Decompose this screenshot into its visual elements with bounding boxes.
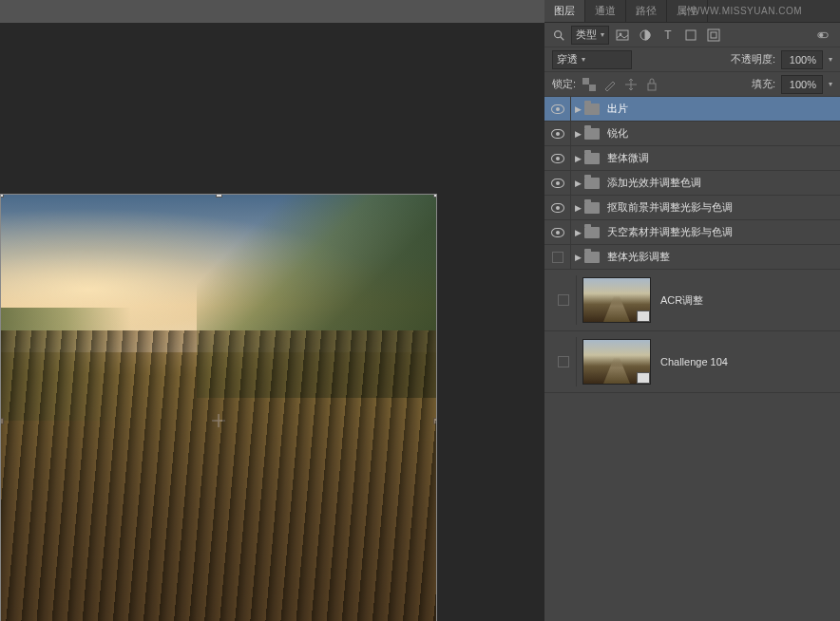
svg-text:T: T xyxy=(664,28,672,42)
filter-adjustment-icon[interactable] xyxy=(638,28,653,43)
svg-rect-13 xyxy=(648,84,656,90)
filter-type-dropdown[interactable]: 类型 ▾ xyxy=(571,26,609,45)
svg-rect-2 xyxy=(617,30,628,40)
folder-icon xyxy=(584,178,600,189)
visibility-toggle[interactable] xyxy=(544,171,571,195)
lock-position-icon[interactable] xyxy=(623,77,639,92)
disclosure-triangle[interactable]: ▶ xyxy=(571,203,584,213)
layer-group-row[interactable]: ▶ 整体微调 xyxy=(544,146,840,171)
filter-row: 类型 ▾ T xyxy=(544,23,840,47)
folder-icon xyxy=(584,128,600,140)
handle-middle-left[interactable] xyxy=(0,418,4,424)
disclosure-triangle[interactable]: ▶ xyxy=(571,253,584,262)
visibility-toggle[interactable] xyxy=(544,146,571,170)
layer-name[interactable]: Challenge 104 xyxy=(660,356,728,367)
layer-group-row[interactable]: ▶ 抠取前景并调整光影与色调 xyxy=(544,196,840,220)
visibility-toggle[interactable] xyxy=(544,122,571,145)
visibility-empty xyxy=(552,252,563,263)
layers-list[interactable]: ▶ 出片 ▶ 锐化 ▶ 整体微调 ▶ 添加光效并调整色调 ▶ 抠取前景并调整光影… xyxy=(544,97,840,621)
tab-channels[interactable]: 通道 xyxy=(585,0,626,22)
layer-thumbnail[interactable] xyxy=(582,277,651,323)
layers-panel: 图层 通道 路径 属性 WWW.MISSYUAN.COM 类型 ▾ T 穿透 ▾… xyxy=(544,0,840,621)
handle-middle-right[interactable] xyxy=(433,418,437,424)
svg-rect-12 xyxy=(589,85,596,91)
layer-group-row[interactable]: ▶ 整体光影调整 xyxy=(544,245,840,270)
folder-icon xyxy=(584,202,600,214)
tab-paths[interactable]: 路径 xyxy=(626,0,667,22)
filter-toggle-icon[interactable] xyxy=(813,27,832,44)
layer-group-row[interactable]: ▶ 添加光效并调整色调 xyxy=(544,171,840,196)
layer-image-row[interactable]: ACR调整 xyxy=(544,270,840,331)
disclosure-triangle[interactable]: ▶ xyxy=(571,129,584,139)
visibility-empty xyxy=(558,356,569,367)
filter-type-label: 类型 xyxy=(576,28,597,42)
lock-transparency-icon[interactable] xyxy=(582,77,597,92)
filter-pixel-icon[interactable] xyxy=(615,28,630,43)
opacity-value-box[interactable]: 100% xyxy=(781,50,823,69)
chevron-down-icon: ▾ xyxy=(601,30,604,39)
layer-name[interactable]: ACR调整 xyxy=(660,293,703,308)
canvas-trees-left xyxy=(1,308,131,421)
handle-top-left[interactable] xyxy=(0,194,4,198)
lock-all-icon[interactable] xyxy=(644,77,659,92)
watermark-text: WWW.MISSYUAN.COM xyxy=(691,6,802,16)
visibility-toggle[interactable] xyxy=(544,196,571,219)
smartobj-badge-icon xyxy=(637,310,650,322)
layer-thumbnail[interactable] xyxy=(582,339,651,385)
eye-icon xyxy=(551,104,564,114)
disclosure-triangle[interactable]: ▶ xyxy=(571,179,584,188)
disclosure-triangle[interactable]: ▶ xyxy=(571,154,584,163)
filter-smartobj-icon[interactable] xyxy=(706,28,721,43)
folder-icon xyxy=(584,104,600,115)
opacity-value: 100% xyxy=(790,54,816,66)
svg-rect-8 xyxy=(711,32,716,38)
canvas-trees-right xyxy=(197,195,436,398)
disclosure-triangle[interactable]: ▶ xyxy=(571,104,584,114)
visibility-toggle[interactable] xyxy=(550,337,577,386)
folder-icon xyxy=(584,227,600,238)
canvas-area[interactable] xyxy=(0,23,544,621)
eye-icon xyxy=(551,154,564,163)
blend-row: 穿透 ▾ 不透明度: 100% ▾ xyxy=(544,47,840,72)
layer-name[interactable]: 添加光效并调整色调 xyxy=(605,176,834,190)
filter-shape-icon[interactable] xyxy=(683,28,698,43)
filter-type-icon[interactable]: T xyxy=(660,28,676,43)
layer-name[interactable]: 锐化 xyxy=(605,126,834,141)
eye-icon xyxy=(551,129,564,139)
eye-icon xyxy=(551,179,564,188)
layer-name[interactable]: 天空素材并调整光影与色调 xyxy=(605,225,834,239)
fill-value: 100% xyxy=(790,79,816,90)
svg-rect-7 xyxy=(708,29,719,41)
folder-icon xyxy=(584,252,600,263)
eye-icon xyxy=(551,228,564,237)
visibility-toggle[interactable] xyxy=(544,97,571,121)
chevron-down-icon[interactable]: ▾ xyxy=(829,80,832,88)
tab-layers[interactable]: 图层 xyxy=(544,0,585,22)
visibility-empty xyxy=(558,294,569,306)
layer-name[interactable]: 整体光影调整 xyxy=(605,250,834,264)
visibility-toggle[interactable] xyxy=(550,275,577,325)
layer-name[interactable]: 出片 xyxy=(605,102,834,116)
layer-group-row[interactable]: ▶ 出片 xyxy=(544,97,840,122)
blend-mode-dropdown[interactable]: 穿透 ▾ xyxy=(552,50,632,69)
layer-name[interactable]: 抠取前景并调整光影与色调 xyxy=(605,200,834,215)
layer-name[interactable]: 整体微调 xyxy=(605,151,834,165)
svg-point-10 xyxy=(820,33,824,37)
layer-image-row[interactable]: Challenge 104 xyxy=(544,331,840,393)
canvas-image[interactable] xyxy=(0,194,437,621)
layer-group-row[interactable]: ▶ 天空素材并调整光影与色调 xyxy=(544,220,840,245)
chevron-down-icon[interactable]: ▾ xyxy=(829,55,832,64)
visibility-toggle[interactable] xyxy=(544,245,571,269)
fill-label: 填充: xyxy=(752,77,775,91)
transform-center[interactable] xyxy=(212,414,225,427)
svg-line-1 xyxy=(561,36,564,40)
svg-point-0 xyxy=(555,30,562,37)
fill-value-box[interactable]: 100% xyxy=(781,75,823,94)
layer-group-row[interactable]: ▶ 锐化 xyxy=(544,122,840,146)
visibility-toggle[interactable] xyxy=(544,220,571,244)
search-icon[interactable] xyxy=(552,28,565,42)
lock-pixels-icon[interactable] xyxy=(602,77,618,92)
panel-tabs: 图层 通道 路径 属性 WWW.MISSYUAN.COM xyxy=(544,0,840,23)
eye-icon xyxy=(551,203,564,213)
disclosure-triangle[interactable]: ▶ xyxy=(571,228,584,237)
